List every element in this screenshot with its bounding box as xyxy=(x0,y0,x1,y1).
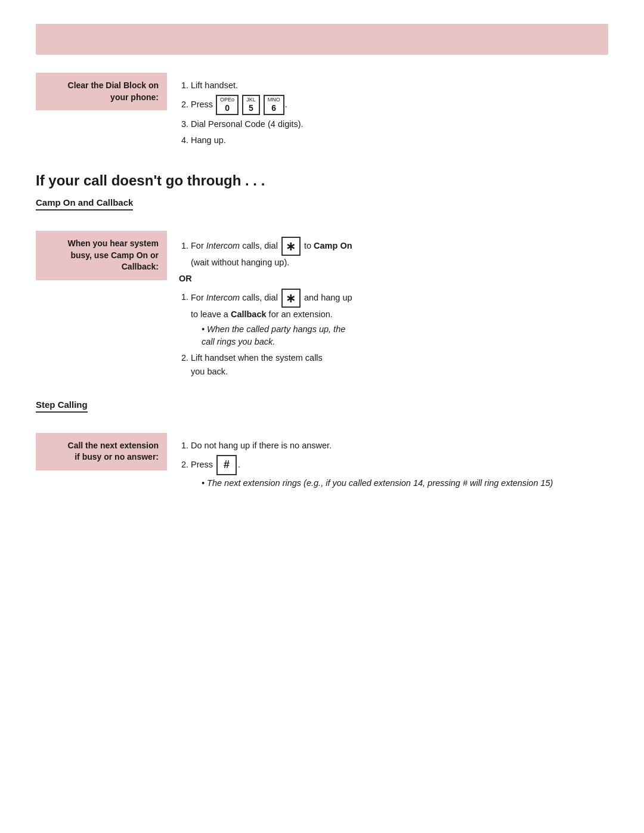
main-heading: If your call doesn't go through . . . xyxy=(36,172,608,189)
camp-on-label: When you hear system busy, use Camp On o… xyxy=(36,231,167,280)
step-calling-label-line1: Call the next extension xyxy=(68,441,159,450)
callback-bold: Callback xyxy=(231,309,267,319)
star-key-2: ∗ xyxy=(281,289,301,308)
camp-on-section: When you hear system busy, use Camp On o… xyxy=(36,231,608,387)
step-2: Press OPEo 0 JKL 5 MNO 6 . xyxy=(191,95,596,115)
step-calling-content: Do not hang up if there is no answer. Pr… xyxy=(167,433,608,498)
camp-on-step1: For Intercom calls, dial ∗ to Camp On (w… xyxy=(191,237,596,270)
step-4: Hang up. xyxy=(191,134,596,147)
star-key-1: ∗ xyxy=(281,237,301,256)
step-calling-step1: Do not hang up if there is no answer. xyxy=(191,439,596,453)
hash-key: # xyxy=(216,455,237,475)
key-6: MNO 6 xyxy=(264,95,284,115)
key-5: JKL 5 xyxy=(242,95,260,115)
or-label: OR xyxy=(179,272,596,286)
top-banner xyxy=(36,24,608,55)
camp-on-step2: Lift handset when the system callsyou ba… xyxy=(191,351,596,379)
camp-on-label-line3: Callback: xyxy=(122,262,159,271)
clear-dial-block-label: Clear the Dial Block on your phone: xyxy=(36,73,167,110)
step-calling-step2: Press #. The next extension rings (e.g.,… xyxy=(191,455,596,490)
key-0: OPEo 0 xyxy=(216,95,239,115)
callback-note-text: When the called party hangs up, thecall … xyxy=(202,324,345,347)
camp-on-bold: Camp On xyxy=(314,241,352,250)
step-calling-bullet-note: The next extension rings (e.g., if you c… xyxy=(202,477,596,490)
clear-dial-block-content: Lift handset. Press OPEo 0 JKL 5 MNO 6 . xyxy=(167,73,608,156)
camp-on-sub-heading: Camp On and Callback xyxy=(36,197,133,210)
clear-dial-block-label-line1: Clear the Dial Block on xyxy=(68,80,159,90)
step-3: Dial Personal Code (4 digits). xyxy=(191,117,596,131)
step-calling-heading-block: Step Calling xyxy=(36,400,608,422)
step-calling-section: Call the next extension if busy or no an… xyxy=(36,433,608,498)
intercom-italic-1: Intercom xyxy=(206,241,240,250)
clear-dial-block-section: Clear the Dial Block on your phone: Lift… xyxy=(36,73,608,156)
step-1: Lift handset. xyxy=(191,79,596,92)
step-calling-sub-heading: Step Calling xyxy=(36,400,88,413)
clear-dial-block-label-line2: your phone: xyxy=(110,92,159,102)
step-calling-note-text: The next extension rings (e.g., if you c… xyxy=(207,478,553,488)
page: Clear the Dial Block on your phone: Lift… xyxy=(0,0,644,833)
step-calling-label: Call the next extension if busy or no an… xyxy=(36,433,167,470)
callback-bullet-note: When the called party hangs up, thecall … xyxy=(202,323,596,349)
step-calling-label-line2: if busy or no answer: xyxy=(75,452,159,462)
camp-on-label-line2: busy, use Camp On or xyxy=(70,250,159,260)
intercom-italic-2: Intercom xyxy=(206,292,240,302)
camp-on-step1b: For Intercom calls, dial ∗ and hang up t… xyxy=(191,289,596,349)
camp-on-content: For Intercom calls, dial ∗ to Camp On (w… xyxy=(167,231,608,387)
camp-on-label-line1: When you hear system xyxy=(68,239,159,248)
camp-on-heading-block: Camp On and Callback xyxy=(36,197,608,220)
